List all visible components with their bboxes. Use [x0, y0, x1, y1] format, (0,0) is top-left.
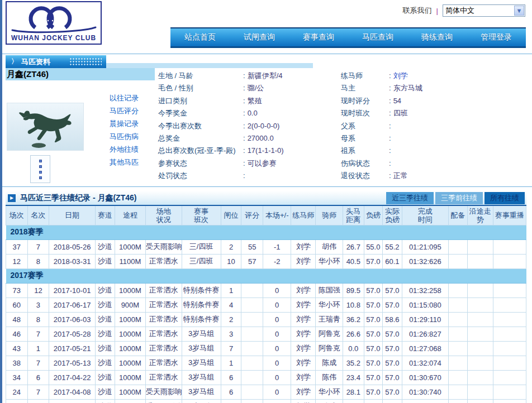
- recent-three-seasons-button[interactable]: 近三季往绩: [386, 192, 434, 204]
- column-header-0: 场次: [6, 206, 28, 225]
- detail-value[interactable]: 刘学: [393, 71, 408, 80]
- sidebar-link-3[interactable]: 马匹伤病: [110, 130, 139, 143]
- nav-item-4[interactable]: 骑练查询: [421, 32, 453, 42]
- race-cell-10[interactable]: 刘学: [291, 298, 316, 312]
- race-cell-0[interactable]: 73: [6, 283, 28, 298]
- race-cell-17: [467, 298, 493, 312]
- nav-item-5[interactable]: 管理登录: [481, 32, 512, 42]
- detail-row-l-2: 进口类别:繁殖: [158, 95, 341, 107]
- nav-item-3[interactable]: 马匹查询: [362, 32, 393, 42]
- language-select[interactable]: 简体中文 ▼: [443, 4, 525, 17]
- race-cell-11[interactable]: 陈伟: [316, 370, 343, 385]
- race-cell-11[interactable]: 华小环: [316, 385, 343, 399]
- race-cell-11[interactable]: 胡伟: [316, 239, 343, 254]
- before-three-seasons-button[interactable]: 三季前往绩: [435, 192, 483, 204]
- race-cell-12: 41.4: [343, 399, 364, 403]
- race-cell-15: 01:15:080: [402, 298, 448, 312]
- race-cell-10[interactable]: 刘学: [291, 370, 316, 385]
- race-cell-2: 2017-03-25: [49, 399, 96, 403]
- race-cell-14: 58.6: [382, 312, 402, 327]
- sidebar-link-0[interactable]: 以往记录: [110, 92, 139, 104]
- race-cell-11[interactable]: 华小环: [316, 298, 343, 312]
- race-cell-0[interactable]: 46: [6, 327, 28, 341]
- race-cell-18: [493, 370, 526, 385]
- race-cell-4: 1100M: [115, 254, 146, 268]
- race-cell-3: 沙道: [95, 239, 115, 254]
- race-cell-11[interactable]: 华小环: [316, 254, 343, 268]
- race-cell-5: 正常洒水: [145, 298, 182, 312]
- race-cell-7: 2: [221, 312, 241, 327]
- race-cell-4: 1000M: [115, 385, 146, 399]
- sidebar-link-1[interactable]: 马匹评分: [110, 104, 139, 117]
- race-cell-16: [448, 298, 467, 312]
- race-cell-10[interactable]: 刘学: [291, 341, 316, 356]
- race-cell-0[interactable]: 60: [6, 298, 28, 312]
- race-cell-10[interactable]: 刘学: [291, 327, 316, 341]
- race-cell-11[interactable]: 陈国强: [316, 283, 343, 298]
- race-cell-10[interactable]: 刘学: [291, 356, 316, 370]
- race-cell-0[interactable]: 12: [6, 254, 28, 268]
- race-cell-3: 沙道: [95, 283, 115, 298]
- sidebar-link-4[interactable]: 外地往绩: [110, 143, 139, 156]
- race-cell-11[interactable]: 阿鲁克: [316, 327, 343, 341]
- race-cell-10[interactable]: 刘学: [291, 239, 316, 254]
- sidebar-link-2[interactable]: 晨操记录: [110, 117, 139, 130]
- race-cell-0[interactable]: 38: [6, 356, 28, 370]
- race-cell-0[interactable]: 34: [6, 370, 28, 385]
- race-cell-18: [493, 327, 526, 341]
- nav-item-2[interactable]: 赛事查询: [303, 32, 334, 42]
- detail-colon: :: [243, 134, 245, 142]
- race-cell-12: 36.2: [343, 312, 364, 327]
- race-cell-0[interactable]: 24: [6, 385, 28, 399]
- detail-row-r-5: 母系:: [341, 132, 525, 145]
- race-row: 73122017-10-01沙道1000M正常洒水特别条件赛10刘学陈国强89.…: [6, 283, 526, 298]
- race-cell-2: 2017-10-01: [49, 283, 96, 298]
- race-cell-11[interactable]: 阿鲁克: [316, 341, 343, 356]
- sidebar-link-5[interactable]: 其他马匹: [110, 156, 139, 169]
- race-cell-10[interactable]: 刘学: [291, 312, 316, 327]
- chevron-down-icon[interactable]: ▼: [514, 6, 524, 16]
- all-records-button[interactable]: 所有往绩: [484, 192, 525, 204]
- race-cell-10[interactable]: 刘学: [291, 385, 316, 399]
- race-cell-11[interactable]: 王瑞青: [316, 312, 343, 327]
- detail-label: 马主: [341, 82, 389, 94]
- race-cell-10[interactable]: 刘学: [291, 399, 316, 403]
- contact-link[interactable]: 联系我们: [403, 6, 432, 16]
- race-cell-1: 7: [27, 356, 49, 370]
- detail-colon: :: [389, 97, 391, 105]
- detail-colon: :: [389, 146, 391, 155]
- dots-pattern: [69, 57, 102, 66]
- race-cell-10[interactable]: 刘学: [291, 283, 316, 298]
- race-cell-17: [467, 327, 493, 341]
- race-cell-13: 57.0: [364, 341, 382, 356]
- nav-item-1[interactable]: 试闸查询: [244, 32, 275, 42]
- detail-label: 父系: [341, 120, 389, 132]
- logo: WUHAN JOCKEY CLUB: [6, 1, 102, 45]
- race-cell-16: [448, 385, 467, 399]
- race-cell-10[interactable]: 刘学: [291, 254, 316, 268]
- race-cell-0[interactable]: 48: [6, 312, 28, 327]
- race-cell-16: [448, 399, 467, 403]
- detail-label: 现时班次: [341, 107, 389, 119]
- race-cell-0[interactable]: 37: [6, 239, 28, 254]
- horizontal-divider: [0, 54, 532, 54]
- race-cell-13: 55.0: [364, 239, 382, 254]
- race-cell-0[interactable]: 18: [6, 399, 28, 403]
- detail-row-l-0: 生地 / 马龄:新疆伊犁/4: [158, 70, 341, 82]
- detail-label: 退役状态: [341, 170, 389, 182]
- horse-statue-image: [7, 103, 83, 150]
- race-cell-9: 0: [263, 341, 291, 356]
- race-cell-18: [493, 239, 526, 254]
- race-cell-8: [241, 370, 263, 385]
- race-cell-11[interactable]: 陈成: [316, 399, 343, 403]
- race-cell-9: 0: [263, 399, 291, 403]
- race-cell-6: 三/四班: [182, 239, 221, 254]
- nav-item-0[interactable]: 站点首页: [184, 32, 216, 42]
- section-tab-label: 马匹资料: [21, 57, 50, 67]
- section-header-row: 〉 马匹资料: [0, 55, 532, 68]
- placeholder-icon: [39, 171, 42, 174]
- race-cell-18: [493, 254, 526, 268]
- race-cell-0[interactable]: 43: [6, 341, 28, 356]
- race-cell-11[interactable]: 陈成: [316, 356, 343, 370]
- detail-label: 毛色 / 性别: [158, 82, 243, 94]
